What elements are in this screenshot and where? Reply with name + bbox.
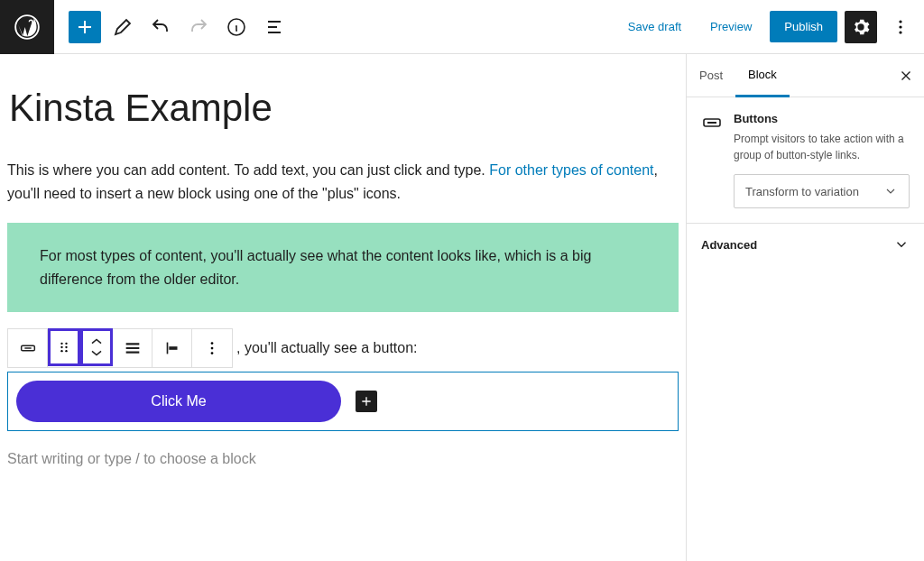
svg-point-14 <box>211 343 214 345</box>
block-more-icon[interactable] <box>192 329 232 367</box>
svg-point-11 <box>60 350 62 352</box>
post-title[interactable]: Kinsta Example <box>7 87 679 130</box>
transform-variation-select[interactable]: Transform to variation <box>734 174 910 208</box>
redo-icon <box>182 11 215 43</box>
svg-point-15 <box>211 347 214 350</box>
publish-button[interactable]: Publish <box>770 11 837 42</box>
undo-icon[interactable] <box>144 11 177 43</box>
highlighted-paragraph[interactable]: For most types of content, you'll actual… <box>7 223 679 312</box>
block-toolbar <box>7 328 233 368</box>
svg-point-8 <box>65 343 67 345</box>
chevron-down-icon <box>883 184 898 198</box>
svg-point-2 <box>899 20 901 23</box>
align-icon[interactable] <box>152 329 192 367</box>
close-sidebar-icon[interactable] <box>888 54 924 97</box>
move-arrows-icon[interactable] <box>80 328 113 366</box>
settings-sidebar: Post Block Buttons Prompt visitors to ta… <box>686 54 924 561</box>
svg-rect-18 <box>707 122 716 124</box>
inline-add-button[interactable] <box>356 391 377 412</box>
buttons-block-selected[interactable]: Click Me <box>7 372 679 431</box>
settings-icon[interactable] <box>845 11 877 43</box>
outline-icon[interactable] <box>258 11 291 43</box>
preview-button[interactable]: Preview <box>699 13 762 41</box>
block-name: Buttons <box>734 112 910 125</box>
editor-topbar: Save draft Preview Publish <box>0 0 924 54</box>
paragraph-text: This is where you can add content. To ad… <box>7 162 489 178</box>
svg-point-12 <box>65 350 67 352</box>
editor-canvas[interactable]: Kinsta Example This is where you can add… <box>0 54 686 561</box>
info-icon[interactable] <box>220 11 253 43</box>
transform-label: Transform to variation <box>745 185 859 198</box>
paragraph-link[interactable]: For other types of content <box>489 162 653 178</box>
svg-point-7 <box>60 343 62 345</box>
advanced-panel-toggle[interactable]: Advanced <box>687 224 924 265</box>
empty-paragraph-placeholder[interactable]: Start writing or type / to choose a bloc… <box>7 449 679 469</box>
block-type-icon[interactable] <box>8 329 48 367</box>
add-block-button[interactable] <box>69 11 101 43</box>
cta-button[interactable]: Click Me <box>16 381 341 422</box>
tab-block[interactable]: Block <box>735 54 790 97</box>
advanced-label: Advanced <box>701 238 757 252</box>
svg-point-10 <box>65 346 67 348</box>
drag-handle-icon[interactable] <box>48 328 80 366</box>
tab-post[interactable]: Post <box>687 54 735 97</box>
svg-point-9 <box>60 346 62 348</box>
svg-rect-13 <box>169 347 177 351</box>
inline-text-after-toolbar: , you'll actually see a button: <box>233 340 418 356</box>
block-description: Prompt visitors to take action with a gr… <box>734 131 910 163</box>
svg-point-3 <box>899 25 901 28</box>
chevron-down-icon <box>893 236 910 253</box>
more-menu-icon[interactable] <box>884 11 917 43</box>
svg-point-4 <box>899 31 901 33</box>
save-draft-button[interactable]: Save draft <box>617 13 692 41</box>
svg-rect-6 <box>24 348 31 349</box>
edit-mode-icon[interactable] <box>106 11 139 43</box>
wordpress-logo[interactable] <box>0 0 54 54</box>
svg-point-16 <box>211 353 214 355</box>
paragraph-block[interactable]: This is where you can add content. To ad… <box>7 159 679 205</box>
buttons-block-icon <box>701 112 723 133</box>
justify-icon[interactable] <box>113 329 152 367</box>
